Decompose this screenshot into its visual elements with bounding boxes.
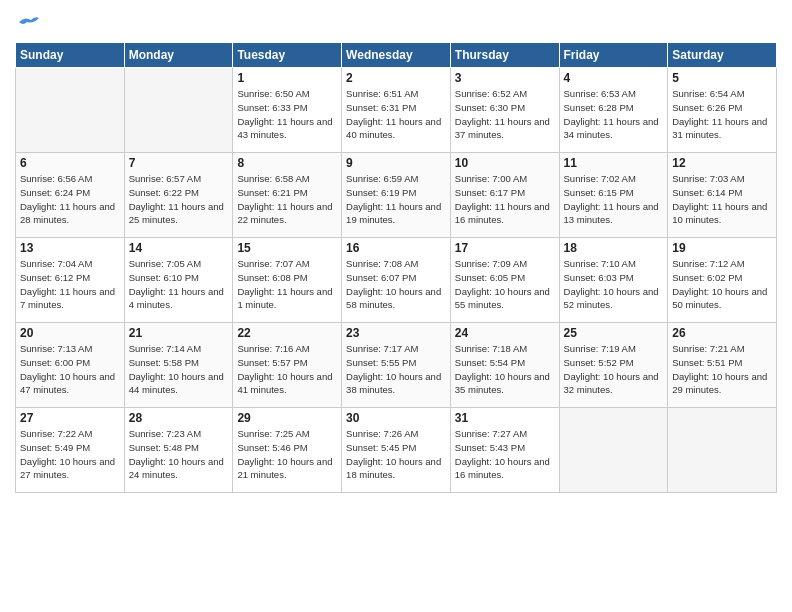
- calendar-cell: 23Sunrise: 7:17 AM Sunset: 5:55 PM Dayli…: [342, 323, 451, 408]
- day-header-friday: Friday: [559, 43, 668, 68]
- day-info: Sunrise: 6:52 AM Sunset: 6:30 PM Dayligh…: [455, 87, 555, 142]
- calendar-cell: 12Sunrise: 7:03 AM Sunset: 6:14 PM Dayli…: [668, 153, 777, 238]
- calendar-week-row: 20Sunrise: 7:13 AM Sunset: 6:00 PM Dayli…: [16, 323, 777, 408]
- calendar-table: SundayMondayTuesdayWednesdayThursdayFrid…: [15, 42, 777, 493]
- day-number: 20: [20, 326, 120, 340]
- day-number: 18: [564, 241, 664, 255]
- day-number: 29: [237, 411, 337, 425]
- day-number: 26: [672, 326, 772, 340]
- day-number: 15: [237, 241, 337, 255]
- day-info: Sunrise: 6:57 AM Sunset: 6:22 PM Dayligh…: [129, 172, 229, 227]
- calendar-cell: 31Sunrise: 7:27 AM Sunset: 5:43 PM Dayli…: [450, 408, 559, 493]
- day-info: Sunrise: 7:26 AM Sunset: 5:45 PM Dayligh…: [346, 427, 446, 482]
- day-number: 2: [346, 71, 446, 85]
- day-number: 21: [129, 326, 229, 340]
- calendar-cell: [559, 408, 668, 493]
- day-info: Sunrise: 6:56 AM Sunset: 6:24 PM Dayligh…: [20, 172, 120, 227]
- day-info: Sunrise: 7:22 AM Sunset: 5:49 PM Dayligh…: [20, 427, 120, 482]
- calendar-week-row: 6Sunrise: 6:56 AM Sunset: 6:24 PM Daylig…: [16, 153, 777, 238]
- logo-text: [15, 10, 39, 32]
- calendar-cell: 11Sunrise: 7:02 AM Sunset: 6:15 PM Dayli…: [559, 153, 668, 238]
- calendar-cell: 30Sunrise: 7:26 AM Sunset: 5:45 PM Dayli…: [342, 408, 451, 493]
- day-info: Sunrise: 6:51 AM Sunset: 6:31 PM Dayligh…: [346, 87, 446, 142]
- calendar-cell: 15Sunrise: 7:07 AM Sunset: 6:08 PM Dayli…: [233, 238, 342, 323]
- day-info: Sunrise: 7:16 AM Sunset: 5:57 PM Dayligh…: [237, 342, 337, 397]
- calendar-cell: 26Sunrise: 7:21 AM Sunset: 5:51 PM Dayli…: [668, 323, 777, 408]
- day-number: 16: [346, 241, 446, 255]
- calendar-cell: 9Sunrise: 6:59 AM Sunset: 6:19 PM Daylig…: [342, 153, 451, 238]
- calendar-cell: 24Sunrise: 7:18 AM Sunset: 5:54 PM Dayli…: [450, 323, 559, 408]
- day-info: Sunrise: 7:21 AM Sunset: 5:51 PM Dayligh…: [672, 342, 772, 397]
- day-number: 14: [129, 241, 229, 255]
- calendar-cell: 3Sunrise: 6:52 AM Sunset: 6:30 PM Daylig…: [450, 68, 559, 153]
- day-number: 19: [672, 241, 772, 255]
- calendar-cell: 1Sunrise: 6:50 AM Sunset: 6:33 PM Daylig…: [233, 68, 342, 153]
- day-info: Sunrise: 7:18 AM Sunset: 5:54 PM Dayligh…: [455, 342, 555, 397]
- day-number: 10: [455, 156, 555, 170]
- day-number: 4: [564, 71, 664, 85]
- calendar-cell: 21Sunrise: 7:14 AM Sunset: 5:58 PM Dayli…: [124, 323, 233, 408]
- day-info: Sunrise: 6:50 AM Sunset: 6:33 PM Dayligh…: [237, 87, 337, 142]
- day-number: 28: [129, 411, 229, 425]
- calendar-cell: 20Sunrise: 7:13 AM Sunset: 6:00 PM Dayli…: [16, 323, 125, 408]
- day-info: Sunrise: 7:08 AM Sunset: 6:07 PM Dayligh…: [346, 257, 446, 312]
- day-info: Sunrise: 7:03 AM Sunset: 6:14 PM Dayligh…: [672, 172, 772, 227]
- day-number: 6: [20, 156, 120, 170]
- calendar-cell: 18Sunrise: 7:10 AM Sunset: 6:03 PM Dayli…: [559, 238, 668, 323]
- day-number: 22: [237, 326, 337, 340]
- day-info: Sunrise: 6:54 AM Sunset: 6:26 PM Dayligh…: [672, 87, 772, 142]
- calendar-cell: [124, 68, 233, 153]
- calendar-cell: 10Sunrise: 7:00 AM Sunset: 6:17 PM Dayli…: [450, 153, 559, 238]
- day-number: 5: [672, 71, 772, 85]
- calendar-cell: 14Sunrise: 7:05 AM Sunset: 6:10 PM Dayli…: [124, 238, 233, 323]
- day-number: 17: [455, 241, 555, 255]
- day-info: Sunrise: 7:23 AM Sunset: 5:48 PM Dayligh…: [129, 427, 229, 482]
- day-header-wednesday: Wednesday: [342, 43, 451, 68]
- day-header-monday: Monday: [124, 43, 233, 68]
- calendar-cell: [16, 68, 125, 153]
- calendar-cell: 7Sunrise: 6:57 AM Sunset: 6:22 PM Daylig…: [124, 153, 233, 238]
- day-number: 3: [455, 71, 555, 85]
- day-header-tuesday: Tuesday: [233, 43, 342, 68]
- day-info: Sunrise: 6:58 AM Sunset: 6:21 PM Dayligh…: [237, 172, 337, 227]
- day-number: 30: [346, 411, 446, 425]
- day-number: 12: [672, 156, 772, 170]
- calendar-cell: 22Sunrise: 7:16 AM Sunset: 5:57 PM Dayli…: [233, 323, 342, 408]
- day-number: 7: [129, 156, 229, 170]
- day-header-saturday: Saturday: [668, 43, 777, 68]
- day-info: Sunrise: 7:19 AM Sunset: 5:52 PM Dayligh…: [564, 342, 664, 397]
- calendar-cell: 27Sunrise: 7:22 AM Sunset: 5:49 PM Dayli…: [16, 408, 125, 493]
- calendar-cell: 4Sunrise: 6:53 AM Sunset: 6:28 PM Daylig…: [559, 68, 668, 153]
- day-header-thursday: Thursday: [450, 43, 559, 68]
- day-info: Sunrise: 7:07 AM Sunset: 6:08 PM Dayligh…: [237, 257, 337, 312]
- calendar-cell: [668, 408, 777, 493]
- logo: [15, 10, 39, 32]
- day-number: 1: [237, 71, 337, 85]
- calendar-cell: 25Sunrise: 7:19 AM Sunset: 5:52 PM Dayli…: [559, 323, 668, 408]
- calendar-cell: 17Sunrise: 7:09 AM Sunset: 6:05 PM Dayli…: [450, 238, 559, 323]
- calendar-cell: 29Sunrise: 7:25 AM Sunset: 5:46 PM Dayli…: [233, 408, 342, 493]
- day-info: Sunrise: 7:02 AM Sunset: 6:15 PM Dayligh…: [564, 172, 664, 227]
- day-info: Sunrise: 6:53 AM Sunset: 6:28 PM Dayligh…: [564, 87, 664, 142]
- day-number: 24: [455, 326, 555, 340]
- day-info: Sunrise: 7:10 AM Sunset: 6:03 PM Dayligh…: [564, 257, 664, 312]
- day-number: 23: [346, 326, 446, 340]
- day-info: Sunrise: 7:14 AM Sunset: 5:58 PM Dayligh…: [129, 342, 229, 397]
- day-info: Sunrise: 7:09 AM Sunset: 6:05 PM Dayligh…: [455, 257, 555, 312]
- day-info: Sunrise: 7:00 AM Sunset: 6:17 PM Dayligh…: [455, 172, 555, 227]
- day-info: Sunrise: 6:59 AM Sunset: 6:19 PM Dayligh…: [346, 172, 446, 227]
- day-info: Sunrise: 7:12 AM Sunset: 6:02 PM Dayligh…: [672, 257, 772, 312]
- day-info: Sunrise: 7:04 AM Sunset: 6:12 PM Dayligh…: [20, 257, 120, 312]
- calendar-week-row: 27Sunrise: 7:22 AM Sunset: 5:49 PM Dayli…: [16, 408, 777, 493]
- day-header-sunday: Sunday: [16, 43, 125, 68]
- day-number: 27: [20, 411, 120, 425]
- calendar-cell: 5Sunrise: 6:54 AM Sunset: 6:26 PM Daylig…: [668, 68, 777, 153]
- day-number: 13: [20, 241, 120, 255]
- calendar-header-row: SundayMondayTuesdayWednesdayThursdayFrid…: [16, 43, 777, 68]
- logo-bird-icon: [17, 14, 39, 30]
- calendar-cell: 28Sunrise: 7:23 AM Sunset: 5:48 PM Dayli…: [124, 408, 233, 493]
- calendar-cell: 16Sunrise: 7:08 AM Sunset: 6:07 PM Dayli…: [342, 238, 451, 323]
- day-info: Sunrise: 7:05 AM Sunset: 6:10 PM Dayligh…: [129, 257, 229, 312]
- calendar-week-row: 1Sunrise: 6:50 AM Sunset: 6:33 PM Daylig…: [16, 68, 777, 153]
- day-number: 9: [346, 156, 446, 170]
